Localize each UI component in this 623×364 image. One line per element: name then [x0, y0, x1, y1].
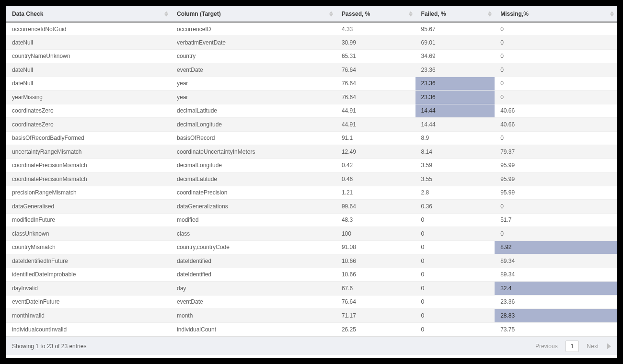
entries-info: Showing 1 to 23 of 23 entries	[12, 343, 86, 350]
cell-passed: 26.25	[336, 322, 415, 336]
table-row[interactable]: coordinatePrecisionMismatchdecimalLatitu…	[6, 172, 617, 186]
cell-passed: 44.91	[336, 118, 415, 132]
cell-failed: 95.67	[415, 22, 495, 36]
table-row[interactable]: basisOfRecordBadlyFormedbasisOfRecord91.…	[6, 131, 617, 145]
cell-failed: 69.01	[415, 36, 495, 50]
cell-data-check: basisOfRecordBadlyFormed	[6, 131, 171, 145]
cell-failed: 0	[415, 295, 495, 309]
table-row[interactable]: identifiedDateImprobabledateIdentified10…	[6, 268, 617, 282]
cell-data-check: dateNull	[6, 36, 171, 50]
cell-column-target: month	[171, 309, 336, 323]
next-button[interactable]: Next	[582, 341, 603, 352]
table-row[interactable]: occurrenceIdNotGuidoccurrenceID4.3395.67…	[6, 22, 617, 36]
cell-data-check: uncertaintyRangeMismatch	[6, 145, 171, 159]
cell-missing: 95.99	[495, 186, 617, 200]
cell-missing: 32.4	[495, 282, 617, 296]
cell-data-check: yearMissing	[6, 91, 171, 104]
cell-passed: 12.49	[336, 145, 415, 159]
cell-column-target: dateIdentified	[171, 268, 336, 282]
cell-column-target: modified	[171, 213, 336, 227]
cell-column-target: country,countryCode	[171, 240, 336, 254]
data-checks-table: Data Check Column (Target) Passed, % Fai…	[6, 6, 617, 336]
data-table-panel: Data Check Column (Target) Passed, % Fai…	[6, 6, 617, 358]
col-header-passed[interactable]: Passed, %	[336, 6, 415, 22]
cell-missing: 73.75	[495, 322, 617, 336]
cell-passed: 91.1	[336, 131, 415, 145]
col-header-failed[interactable]: Failed, %	[415, 6, 495, 22]
table-row[interactable]: coordinatesZerodecimalLatitude44.9114.44…	[6, 104, 617, 118]
cell-passed: 0.46	[336, 172, 415, 186]
table-row[interactable]: eventDateInFutureeventDate76.64023.36	[6, 295, 617, 309]
cell-failed: 2.8	[415, 186, 495, 200]
table-row[interactable]: classUnknownclass10000	[6, 227, 617, 241]
page-number-button[interactable]: 1	[565, 341, 579, 352]
cell-data-check: dataGeneralised	[6, 200, 171, 214]
previous-button[interactable]: Previous	[531, 341, 563, 352]
cell-passed: 0.42	[336, 159, 415, 172]
cell-passed: 65.31	[336, 49, 415, 63]
cell-missing: 0	[495, 36, 617, 50]
cell-data-check: coordinatesZero	[6, 118, 171, 132]
cell-column-target: eventDate	[171, 295, 336, 309]
table-row[interactable]: coordinatePrecisionMismatchdecimalLongit…	[6, 159, 617, 172]
cell-column-target: eventDate	[171, 63, 336, 77]
table-row[interactable]: dateNullverbatimEventDate30.9969.010	[6, 36, 617, 50]
cell-passed: 100	[336, 227, 415, 241]
table-row[interactable]: dataGeneraliseddataGeneralizations99.640…	[6, 200, 617, 214]
sort-icon	[164, 11, 168, 17]
cell-missing: 0	[495, 131, 617, 145]
col-header-column-target[interactable]: Column (Target)	[171, 6, 336, 22]
cell-column-target: day	[171, 282, 336, 296]
table-row[interactable]: yearMissingyear76.6423.360	[6, 91, 617, 104]
table-row[interactable]: uncertaintyRangeMismatchcoordinateUncert…	[6, 145, 617, 159]
table-row[interactable]: dateNullyear76.6423.360	[6, 77, 617, 91]
cell-failed: 8.9	[415, 131, 495, 145]
cell-failed: 14.44	[415, 104, 495, 118]
cell-column-target: country	[171, 49, 336, 63]
table-row[interactable]: precisionRangeMismatchcoordinatePrecisio…	[6, 186, 617, 200]
cell-data-check: modifiedInFuture	[6, 213, 171, 227]
cell-data-check: dateNull	[6, 77, 171, 91]
cell-passed: 76.64	[336, 295, 415, 309]
table-row[interactable]: monthInvalidmonth71.17028.83	[6, 309, 617, 323]
cell-passed: 76.64	[336, 91, 415, 104]
table-row[interactable]: dayInvalidday67.6032.4	[6, 282, 617, 296]
table-row[interactable]: modifiedInFuturemodified48.3051.7	[6, 213, 617, 227]
table-row[interactable]: countryNameUnknowncountry65.3134.690	[6, 49, 617, 63]
table-row[interactable]: coordinatesZerodecimalLongitude44.9114.4…	[6, 118, 617, 132]
cell-passed: 71.17	[336, 309, 415, 323]
cell-column-target: class	[171, 227, 336, 241]
cell-data-check: coordinatesZero	[6, 104, 171, 118]
cell-failed: 3.55	[415, 172, 495, 186]
cell-data-check: countryMismatch	[6, 240, 171, 254]
col-header-missing[interactable]: Missing,%	[495, 6, 617, 22]
cell-column-target: decimalLongitude	[171, 118, 336, 132]
col-header-data-check[interactable]: Data Check	[6, 6, 171, 22]
cell-data-check: individualcountInvalid	[6, 322, 171, 336]
cell-column-target: coordinatePrecision	[171, 186, 336, 200]
table-row[interactable]: dateIdentifiedInFuturedateIdentified10.6…	[6, 254, 617, 268]
cell-data-check: identifiedDateImprobable	[6, 268, 171, 282]
cell-missing: 0	[495, 200, 617, 214]
cell-failed: 0	[415, 282, 495, 296]
chevron-right-icon[interactable]	[607, 343, 611, 349]
cell-failed: 0	[415, 213, 495, 227]
cell-column-target: coordinateUncertaintyInMeters	[171, 145, 336, 159]
table-row[interactable]: countryMismatchcountry,countryCode91.080…	[6, 240, 617, 254]
cell-missing: 89.34	[495, 254, 617, 268]
table-row[interactable]: individualcountInvalidindividualCount26.…	[6, 322, 617, 336]
col-header-label: Column (Target)	[177, 11, 221, 17]
col-header-label: Missing,%	[500, 11, 529, 17]
cell-column-target: dateIdentified	[171, 254, 336, 268]
table-row[interactable]: dateNulleventDate76.6423.360	[6, 63, 617, 77]
cell-column-target: individualCount	[171, 322, 336, 336]
cell-missing: 79.37	[495, 145, 617, 159]
cell-missing: 40.66	[495, 104, 617, 118]
sort-icon	[610, 11, 614, 17]
cell-data-check: occurrenceIdNotGuid	[6, 22, 171, 36]
cell-missing: 95.99	[495, 159, 617, 172]
cell-column-target: occurrenceID	[171, 22, 336, 36]
cell-passed: 1.21	[336, 186, 415, 200]
sort-icon	[329, 11, 333, 17]
cell-data-check: dateNull	[6, 63, 171, 77]
